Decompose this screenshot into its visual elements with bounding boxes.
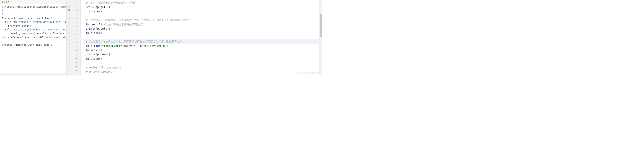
code-line[interactable] xyxy=(83,13,322,18)
console-line: 4 xyxy=(2,9,64,13)
console-line: UnicodeDecodeError: 'utf-8' codec can't … xyxy=(2,35,64,39)
console-tab-title[interactable]: 4 xyxy=(8,0,10,3)
bg-line-num: 20 xyxy=(66,9,70,13)
console-line: (result, consumed) = self._buffer_decode… xyxy=(2,32,64,35)
code-line[interactable]: print(res) xyxy=(83,9,322,13)
bg-line-num: 20 xyxy=(66,53,70,57)
root: 4 × C:\Users\Administrator\AppData\Local… xyxy=(0,0,322,75)
console-output[interactable]: C:\Users\Administrator\AppData\Local\Pro… xyxy=(0,4,66,48)
line-number[interactable]: 90 xyxy=(71,57,78,61)
console-line: Process finished with exit code 1 xyxy=(2,43,64,47)
line-number[interactable]: 83 xyxy=(71,29,78,33)
scroll-thumb[interactable] xyxy=(320,14,322,37)
line-number[interactable]: 79 xyxy=(71,13,78,17)
bg-line-num: 20 xyxy=(66,50,70,53)
line-number[interactable]: 81 xyxy=(71,21,78,25)
line-number[interactable]: 85 xyxy=(71,37,78,41)
line-number[interactable]: 76 xyxy=(71,0,78,5)
code-line[interactable]: fp.close() xyxy=(83,57,322,61)
line-number[interactable]: 86 xyxy=(71,41,78,45)
console-line: print(fp.read()) xyxy=(2,24,64,28)
console-line: Traceback (most recent call last): xyxy=(2,16,64,20)
line-number[interactable]: 89 xyxy=(71,53,78,57)
window-traffic-lights xyxy=(2,1,7,3)
code-line[interactable]: # 7.注意点 (seek在移动时,又可能移动到某个汉字的字节中间,导致无字节) xyxy=(83,39,322,44)
close-icon[interactable]: × xyxy=(10,0,12,3)
min-dot-icon[interactable] xyxy=(4,1,5,3)
line-number[interactable]: 92 xyxy=(71,65,78,69)
editor-v-scrollbar[interactable] xyxy=(319,0,322,75)
line-number[interactable]: 87 xyxy=(71,45,78,49)
code-line[interactable] xyxy=(83,61,322,65)
line-number[interactable]: 78 xyxy=(71,8,78,13)
bg-line-num: 20 xyxy=(66,24,70,28)
bg-line-num: 20 xyxy=(66,61,70,65)
line-number[interactable]: 88 xyxy=(71,49,78,53)
console-line: File "C:\Users\Administrator\AppData\Loc… xyxy=(2,28,64,32)
code-line[interactable] xyxy=(83,74,322,75)
bg-line-num: 20 xyxy=(66,35,70,39)
line-number-gutter: 767778798081828384858687888990919293 xyxy=(71,0,80,75)
bg-line-num: 20 xyxy=(66,57,70,61)
bg-line-num: 20 xyxy=(66,16,70,20)
code-line[interactable]: res = fp.tell() xyxy=(83,5,322,9)
bg-line-num: 20 xyxy=(66,31,70,35)
console-pane: 4 × C:\Users\Administrator\AppData\Local… xyxy=(0,0,66,75)
line-number[interactable]: 82 xyxy=(71,24,78,29)
console-h-scrollbar[interactable] xyxy=(0,73,66,75)
bg-line-num: 20 xyxy=(66,46,70,50)
code-line[interactable]: print(fp.read()) xyxy=(83,52,322,57)
code-line[interactable]: fp.seek(3) xyxy=(83,48,322,52)
code-area[interactable]: # tell 当前光标左边所有内容的字节数res = fp.tell()prin… xyxy=(80,0,322,75)
code-line[interactable]: # tell 当前光标左边所有内容的字节数 xyxy=(83,0,322,5)
split-gutter[interactable]: 修 2020202020202020202020202020202020 xyxy=(66,0,71,75)
console-line xyxy=(2,39,64,43)
watermark: CSDN @景天说Python xyxy=(297,71,319,74)
code-line[interactable]: fp = open("ceshi6.txt",mode="r+",encodin… xyxy=(83,44,322,48)
console-line: 6 xyxy=(2,12,64,16)
traceback-file-link[interactable]: C:\Users\Administrator\AppData\Local\Pro… xyxy=(14,28,66,31)
line-number[interactable]: 91 xyxy=(71,61,78,65)
bg-line-num: 20 xyxy=(66,39,70,42)
editor-pane: 767778798081828384858687888990919293 # t… xyxy=(71,0,322,75)
bg-line-num: 20 xyxy=(66,65,70,68)
code-line[interactable]: # b'\xe4\xbd\xa0' xyxy=(83,70,322,74)
line-number[interactable]: 77 xyxy=(71,5,78,9)
code-line[interactable]: # print("你".encode()) xyxy=(83,65,322,70)
code-line[interactable]: # 在r+模式下 read(2) 代表读取2个字符 在rb模式下 read(2)… xyxy=(83,18,322,22)
bg-line-num: 20 xyxy=(66,20,70,24)
side-tab[interactable]: 修 xyxy=(67,6,71,8)
traceback-file-link[interactable]: D:/python32_python/day08/4.py xyxy=(14,20,59,23)
console-tab-bar: 4 × xyxy=(0,0,66,4)
code-line[interactable]: fp.close() xyxy=(83,31,322,35)
console-line: File "D:/python32_python/day08/4.py", li… xyxy=(2,20,64,24)
bg-line-num: 20 xyxy=(66,42,70,46)
line-number[interactable]: 84 xyxy=(71,33,78,37)
code-line[interactable]: fp.read(2) # 当前光标往右所有的字符内容 xyxy=(83,22,322,26)
close-dot-icon[interactable] xyxy=(2,1,3,3)
max-dot-icon[interactable] xyxy=(6,1,7,3)
console-line: C:\Users\Administrator\AppData\Local\Pro… xyxy=(2,5,64,9)
bg-line-num: 20 xyxy=(66,13,70,16)
line-number[interactable]: 93 xyxy=(71,69,78,73)
bg-line-num: 20 xyxy=(66,27,70,31)
code-line[interactable] xyxy=(83,35,322,39)
code-line[interactable]: print(fp.tell()) xyxy=(83,26,322,31)
line-number[interactable]: 80 xyxy=(71,16,78,21)
